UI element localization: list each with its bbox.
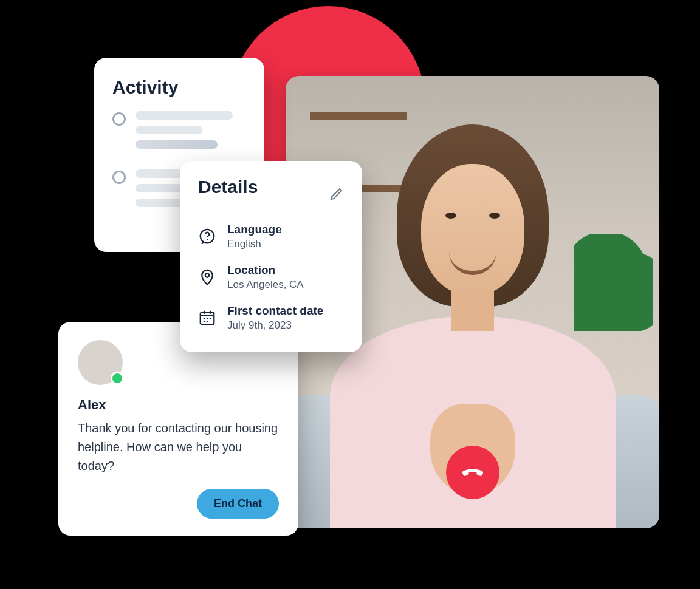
detail-value: Los Angeles, CA [227,279,304,291]
activity-skeleton [136,111,233,155]
bullet-icon [112,171,126,184]
chat-card: Alex Thank you for contacting our housin… [58,322,298,536]
end-chat-button[interactable]: End Chat [197,489,279,519]
detail-row-first-contact: First contact date July 9th, 2023 [198,304,344,332]
svg-point-2 [205,274,210,278]
avatar-wrap [78,340,123,385]
detail-label: First contact date [227,304,323,318]
detail-value: English [227,238,282,250]
calendar-icon [198,308,216,327]
details-card: Details Language English [180,161,362,352]
pin-icon [198,268,216,286]
svg-point-1 [207,239,208,240]
detail-row-location: Location Los Angeles, CA [198,264,344,291]
hangup-button[interactable] [446,446,499,499]
chat-message: Thank you for contacting our housing hel… [78,419,279,475]
activity-item [112,111,246,155]
presence-indicator [111,372,124,385]
edit-button[interactable] [329,186,344,201]
details-title: Details [198,177,258,197]
detail-value: July 9th, 2023 [227,319,323,332]
detail-row-language: Language English [198,223,344,250]
detail-label: Language [227,223,282,236]
phone-hangup-icon [459,459,486,486]
bullet-icon [112,112,126,126]
activity-title: Activity [112,77,246,98]
pencil-icon [329,186,344,201]
chat-sender-name: Alex [78,397,279,413]
question-icon [198,227,216,245]
detail-label: Location [227,264,304,277]
